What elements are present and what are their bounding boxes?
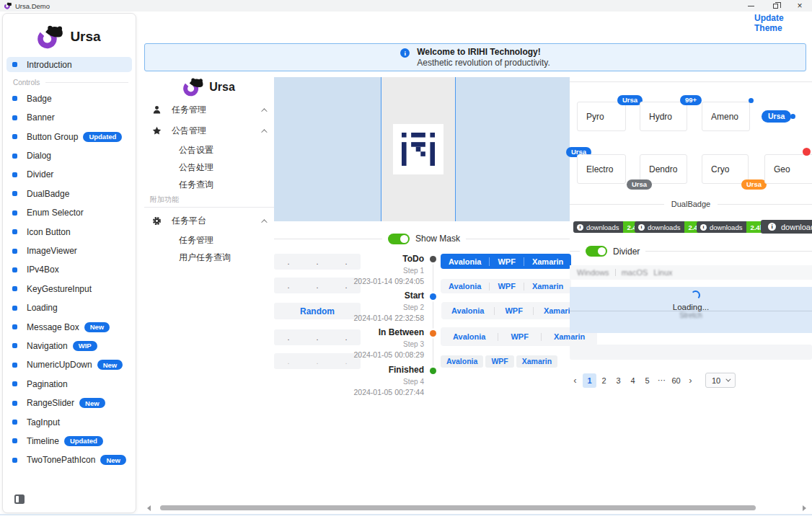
restore-button[interactable] [763,0,787,12]
button-group-light: Avalonia WPF Xamarin [441,279,571,293]
wpf-button[interactable]: WPF [495,306,532,315]
sidebar-item-dualbadge[interactable]: DualBadge [6,186,132,201]
sidebar-section-controls: Controls [3,76,136,89]
page-60-button[interactable]: 60 [669,373,683,388]
timeline-line [433,261,433,371]
sidebar-item-icon-button[interactable]: Icon Button [6,224,132,239]
image-viewer[interactable] [274,77,570,221]
sidebar-item-keygestureinput[interactable]: KeyGestureInput [6,281,132,296]
sidebar-item-rangeslider[interactable]: RangeSliderNew [6,396,132,411]
bullet-icon [12,172,17,177]
dual-badge: idownloads 2.4k [635,221,705,233]
sidebar-item-pagination[interactable]: Pagination [6,376,132,391]
sidebar-item-message-box[interactable]: Message BoxNew [6,319,132,334]
ursa-badge: Ursa [627,179,652,190]
close-button[interactable]: × [787,0,812,12]
sidebar-collapse-icon[interactable] [14,494,25,504]
page-3-button[interactable]: 3 [612,373,625,388]
sidebar-item-loading[interactable]: Loading [6,301,132,316]
badge-card-cryo: Cryo [702,154,749,184]
scroll-right-icon[interactable] [803,505,806,511]
timeline-item: ToDo Step 1 2023-01-14 09:24:05 [339,254,424,285]
sidebar-item-twotonepathicon[interactable]: TwoTonePathIconNew [6,453,132,468]
xamarin-button[interactable]: Xamarin [524,257,571,266]
sidebar-item-badge[interactable]: Badge [6,91,132,106]
sidebar-item-divider[interactable]: Divider [6,167,132,182]
divider-line [274,239,382,239]
sidebar-item-enum-selector[interactable]: Enum Selector [6,205,132,221]
loading-blurred-text: Stretch [570,311,812,319]
page-size-select[interactable]: 10 [705,373,736,388]
bullet-icon [12,267,17,272]
nav-badge: New [79,398,105,408]
wpf-button[interactable]: WPF [485,355,513,368]
user-icon [151,105,162,115]
sidebar-item-taginput[interactable]: TagInput [6,414,132,430]
sidebar-item-numericupdown[interactable]: NumericUpDownNew [6,358,132,373]
menu-item-user-task-query[interactable]: 用户任务查询 [144,249,274,266]
menu-item-task-platform[interactable]: 任务平台 [144,210,274,231]
bullet-icon [12,134,17,139]
show-mask-row: Show Mask [274,233,570,244]
xamarin-button[interactable]: Xamarin [524,282,571,290]
sidebar-item-navigation[interactable]: NavigationWIP [6,338,132,353]
avalonia-button[interactable]: Avalonia [441,355,483,368]
sidebar-item-banner[interactable]: Banner [6,110,132,125]
page-2-button[interactable]: 2 [597,373,611,388]
window-bottom-edge [0,514,812,515]
avalonia-button[interactable]: Avalonia [441,282,489,290]
sidebar-logo-text: Ursa [70,29,100,45]
menu-item-task-query[interactable]: 任务查询 [144,176,274,193]
horizontal-scrollbar[interactable] [137,503,812,513]
divider-toggle[interactable] [586,246,607,257]
viewer-image [393,124,443,174]
navigation-menu-demo: Ursa 任务管理 公告管理 公告设置 公告处理 任务查询 附加功能 任务平台 … [144,75,274,266]
wpf-button[interactable]: WPF [498,332,540,341]
page-5-button[interactable]: 5 [640,373,654,388]
sidebar-item-timeline[interactable]: TimelineUpdated [6,433,132,448]
page-4-button[interactable]: 4 [626,373,640,388]
xamarin-button[interactable]: Xamarin [516,355,557,368]
page-ellipsis[interactable]: ⋯ [655,373,668,388]
sidebar-item-button-group[interactable]: Button GroupUpdated [6,129,132,144]
welcome-banner: i Welcome to IRIHI Technology! Aesthetic… [144,43,806,71]
nav-badge: WIP [73,341,97,351]
menu-item-announcement-settings[interactable]: 公告设置 [144,141,274,159]
bullet-icon [12,363,17,368]
scrollbar-thumb[interactable] [160,505,756,510]
window-title: Ursa.Demo [15,2,50,10]
count-badge: 99+ [680,95,702,105]
sidebar-item-imageviewer[interactable]: ImageViewer [6,244,132,259]
minimize-button[interactable] [738,0,763,12]
show-mask-toggle[interactable] [388,234,410,244]
dot-badge [790,114,795,119]
scroll-left-icon[interactable] [147,505,151,511]
wpf-button[interactable]: WPF [490,257,523,266]
sidebar-item-introduction[interactable]: Introduction [6,57,132,72]
close-icon: × [797,2,802,9]
sidebar-item-ipv4box[interactable]: IPv4Box [6,262,132,278]
avalonia-button[interactable]: Avalonia [441,332,498,341]
divider-demo-blurred: Windows macOS Linux [570,265,812,280]
divider-line [570,81,812,82]
page-1-button[interactable]: 1 [583,373,596,388]
avalonia-button[interactable]: Avalonia [441,257,489,266]
timeline-dot [430,368,436,374]
menu-item-task-management-2[interactable]: 任务管理 [144,231,274,249]
sidebar-item-dialog[interactable]: Dialog [6,148,132,164]
next-page-button[interactable]: › [684,373,697,388]
ursa-badge: Ursa [741,179,767,190]
update-theme-button[interactable]: Update Theme [754,13,808,24]
menu-item-announcement-management[interactable]: 公告管理 [144,120,274,141]
menu-item-announcement-processing[interactable]: 公告处理 [144,159,274,176]
avalonia-button[interactable]: Avalonia [441,306,494,315]
bullet-icon [12,191,17,196]
irihi-logo-icon [402,133,435,166]
menu-item-task-management[interactable]: 任务管理 [144,99,274,120]
sidebar: Ursa Introduction Controls Badge Banner … [2,13,136,513]
nav-badge: Updated [64,436,103,446]
wpf-button[interactable]: WPF [490,282,523,290]
badge-card-geo: Geo [764,154,812,184]
prev-page-button[interactable]: ‹ [568,373,582,388]
xamarin-button[interactable]: Xamarin [542,332,597,341]
